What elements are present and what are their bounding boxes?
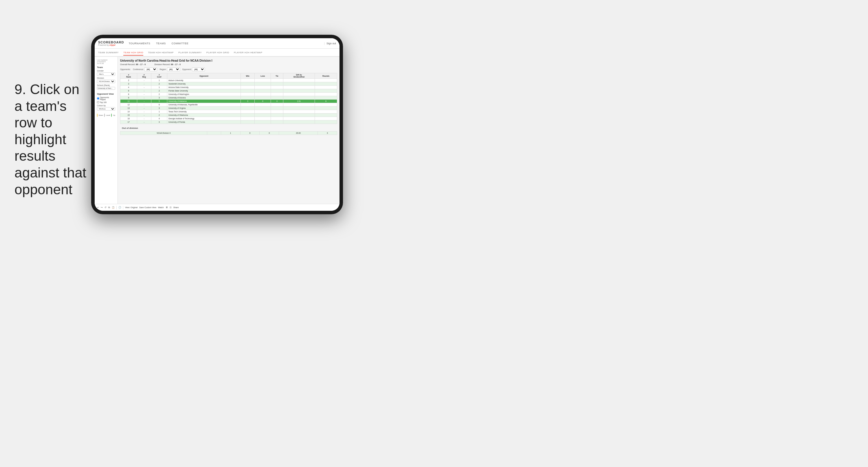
cell-win — [241, 96, 255, 99]
table-row[interactable]: 14-1Texas Tech University — [120, 110, 337, 114]
legend-up-label: Up — [113, 114, 115, 116]
cell-opponent: University of Washington — [167, 93, 241, 96]
watch-button[interactable]: Watch — [158, 206, 164, 208]
out-div-win: 1 — [221, 132, 240, 135]
logo-powered: Powered by clippd — [98, 44, 124, 46]
cell-conf: 1 — [151, 110, 167, 114]
cell-conf: 2 — [151, 93, 167, 96]
sub-nav-player-h2h-grid[interactable]: PLAYER H2H GRID — [206, 50, 229, 56]
conference-select[interactable]: (All) — [144, 67, 157, 71]
legend-level-dot — [104, 114, 105, 117]
out-div-row[interactable]: NCAA Division II 1 0 0 26.00 3 — [120, 132, 337, 135]
col-tie: Tie — [271, 73, 283, 79]
legend-down-label: Down — [99, 114, 103, 116]
out-div-tie: 0 — [259, 132, 279, 135]
sub-nav-player-summary[interactable]: PLAYER SUMMARY — [178, 50, 202, 56]
cell-opponent: University of Oklahoma — [167, 114, 241, 117]
radio-opponents-played[interactable]: Opponents Played — [97, 96, 115, 100]
cell-conf: 3 — [151, 96, 167, 99]
cell-loss: 0 — [255, 99, 271, 103]
school-input[interactable] — [97, 87, 115, 90]
table-row[interactable]: 17-3University of Florida — [120, 120, 337, 124]
cell-loss — [255, 114, 271, 117]
table-row[interactable]: 12-6University of Arkansas, Fayetteville — [120, 103, 337, 107]
opponent-select[interactable]: (All) — [192, 67, 205, 71]
cell-win — [241, 107, 255, 110]
cell-conf: 2 — [151, 89, 167, 93]
nav-tournaments[interactable]: TOURNAMENTS — [128, 41, 150, 46]
table-row[interactable]: 16-4Georgia Institute of Technology — [120, 117, 337, 120]
cell-rounds — [315, 82, 337, 86]
save-custom-button[interactable]: Save Custom View — [139, 206, 156, 208]
cell-rank: 14 — [120, 110, 137, 114]
cell-tie — [271, 79, 283, 82]
cell-diff — [283, 110, 315, 114]
table-row[interactable]: 15-2University of Oklahoma — [120, 114, 337, 117]
cell-rank: 9 — [120, 96, 137, 99]
sign-out-button[interactable]: Sign out — [327, 42, 336, 45]
tablet-screen: SCOREBOARD Powered by clippd TOURNAMENTS… — [95, 38, 340, 211]
cell-rank: 6 — [120, 89, 137, 93]
share-icon-btn[interactable]: ⊡ — [169, 206, 172, 209]
out-of-division-table: NCAA Division II 1 0 0 26.00 3 — [120, 131, 337, 135]
screen-icon[interactable]: 🖥 — [165, 206, 168, 209]
cell-loss — [255, 117, 271, 120]
cell-win — [241, 93, 255, 96]
cell-rounds — [315, 117, 337, 120]
cell-conf: 2 — [151, 82, 167, 86]
cell-diff — [283, 93, 315, 96]
radio-top100[interactable]: Top 100 — [97, 101, 115, 104]
nav-teams[interactable]: TEAMS — [156, 41, 166, 46]
cell-tie — [271, 96, 283, 99]
division-select[interactable]: NCAA Division I — [97, 80, 115, 83]
table-row[interactable]: 8-2University of Washington — [120, 93, 337, 96]
cell-rank: 16 — [120, 117, 137, 120]
sub-nav-team-summary[interactable]: TEAM SUMMARY — [98, 50, 119, 56]
col-conf: #Conf — [151, 73, 167, 79]
cell-conf: 3 — [151, 120, 167, 124]
copy-icon[interactable]: ⧉ — [108, 206, 110, 209]
cell-loss — [255, 79, 271, 82]
legend-row: Down Level Up — [97, 114, 115, 117]
cell-opponent: Texas Tech University — [167, 110, 241, 114]
table-row[interactable]: 11-5University of Alabama3002.618 — [120, 99, 337, 103]
sidebar: Last Updated: 27/03/2024 16:55:38 Team G… — [95, 57, 118, 204]
colour-by-select[interactable]: Win/loss — [97, 107, 115, 111]
table-row[interactable]: 4-1Arizona State University — [120, 86, 337, 89]
table-row[interactable]: 2-1Auburn University — [120, 79, 337, 82]
cell-rank: 8 — [120, 93, 137, 96]
conference-label: Conference — [133, 68, 143, 70]
overall-record: Overall Record: 89 - 17 - 0 — [120, 63, 146, 66]
cell-diff — [283, 117, 315, 120]
paste-icon[interactable]: 📋 — [112, 206, 115, 209]
cell-loss — [255, 89, 271, 93]
col-loss: Loss — [255, 73, 271, 79]
region-select[interactable]: (All) — [167, 67, 180, 71]
region-filter-group: Region (All) — [159, 67, 180, 71]
nav-committee[interactable]: COMMITTEE — [172, 41, 189, 46]
view-original-button[interactable]: View: Original — [125, 206, 137, 208]
cell-reg: - — [137, 86, 151, 89]
sub-nav-team-h2h-grid[interactable]: TEAM H2H GRID — [123, 50, 143, 56]
cell-diff — [283, 103, 315, 107]
table-row[interactable]: 6-2Florida State University — [120, 89, 337, 93]
redo-icon[interactable]: ↪ — [101, 206, 103, 209]
conference-filter-group: Conference (All) — [133, 67, 157, 71]
table-row[interactable]: 13-3University of Virginia — [120, 107, 337, 110]
undo-icon[interactable]: ↩ — [97, 206, 99, 209]
sub-nav-player-h2h-heatmap[interactable]: PLAYER H2H HEATMAP — [234, 50, 262, 56]
grid-title: University of North Carolina Head-to-Hea… — [120, 59, 337, 62]
undo-alt-icon[interactable]: ↺ — [104, 206, 106, 209]
cell-win — [241, 79, 255, 82]
nav-separator: | — [324, 42, 325, 45]
cell-rounds — [315, 110, 337, 114]
gender-select[interactable]: Men's — [97, 72, 115, 76]
sub-nav-team-h2h-heatmap[interactable]: TEAM H2H HEATMAP — [148, 50, 174, 56]
instruction-text: 9. Click on a team's row to highlight re… — [14, 81, 90, 198]
cell-tie — [271, 82, 283, 86]
clock-icon[interactable]: 🕐 — [118, 206, 121, 209]
cell-rank: 3 — [120, 82, 137, 86]
share-button[interactable]: Share — [174, 206, 179, 208]
table-row[interactable]: 3-2Vanderbilt University — [120, 82, 337, 86]
table-row[interactable]: 9-3University of Arizona — [120, 96, 337, 99]
